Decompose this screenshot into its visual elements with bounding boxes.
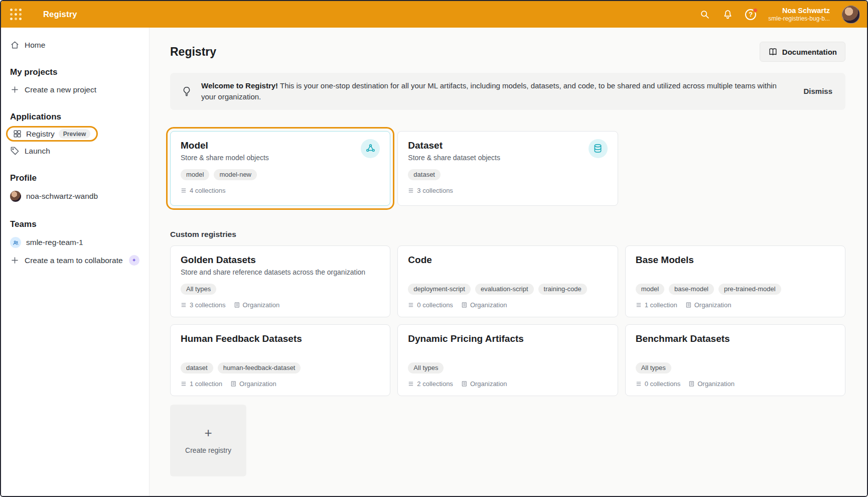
collections-icon [181, 302, 187, 308]
registry-card-golden-datasets[interactable]: Golden Datasets Store and share referenc… [170, 245, 390, 317]
visibility-label: Organization [685, 301, 732, 309]
people-icon [13, 239, 19, 246]
tag: training-code [538, 284, 587, 295]
sidebar-item-profile[interactable]: noa-schwartz-wandb [1, 187, 149, 205]
card-title: Dynamic Pricing Artifacts [408, 333, 607, 344]
notification-dot [753, 8, 758, 13]
create-team-label: Create a team to collaborate [25, 256, 123, 265]
collections-icon [181, 187, 187, 194]
plus-icon [10, 85, 20, 94]
user-name: Noa Schwartz [768, 6, 830, 15]
registry-card-benchmark-datasets[interactable]: Benchmark Datasets All types 0 collectio… [625, 324, 845, 396]
sidebar-heading-teams: Teams [1, 219, 149, 229]
sidebar-heading-profile: Profile [1, 173, 149, 183]
card-subtitle [636, 347, 835, 356]
create-project-label: Create a new project [25, 85, 96, 94]
tag: evaluation-script [475, 284, 534, 295]
tag: model-new [214, 169, 257, 180]
organization-icon [230, 381, 237, 387]
sidebar-item-create-project[interactable]: Create a new project [1, 81, 149, 98]
sidebar: Home My projects Create a new project Ap… [1, 28, 150, 496]
registry-card-dynamic-pricing-artifacts[interactable]: Dynamic Pricing Artifacts All types 2 co… [397, 324, 618, 396]
team-avatar [10, 237, 21, 248]
visibility-label: Organization [461, 380, 507, 388]
collections-count: 0 collections [408, 301, 453, 309]
navbar-app-title: Registry [43, 10, 77, 19]
organization-icon [461, 302, 468, 308]
banner-title: Welcome to Registry! [201, 81, 278, 90]
registry-card-base-models[interactable]: Base Models model base-model pre-trained… [625, 245, 845, 317]
page-title: Registry [170, 45, 216, 59]
collections-count: 2 collections [408, 380, 453, 388]
card-title: Golden Datasets [181, 255, 380, 266]
card-subtitle: Store & share dataset objects [408, 154, 500, 163]
team-name: smle-reg-team-1 [26, 238, 83, 247]
book-icon [768, 47, 778, 57]
wandb-logo-icon[interactable] [10, 9, 22, 21]
lightbulb-icon [181, 86, 192, 97]
registry-card-dataset[interactable]: Dataset Store & share dataset objects da… [397, 131, 618, 206]
notifications-bell-icon[interactable] [722, 9, 733, 20]
collections-icon [408, 187, 414, 194]
sidebar-item-launch[interactable]: Launch [1, 143, 149, 159]
card-title: Base Models [636, 255, 835, 266]
collections-icon [636, 302, 642, 308]
tag: base-model [669, 284, 714, 295]
visibility-label: Organization [230, 380, 276, 388]
card-title: Code [408, 255, 607, 266]
documentation-label: Documentation [782, 48, 837, 56]
sidebar-item-registry[interactable]: Registry Preview [6, 126, 98, 142]
sidebar-item-team[interactable]: smle-reg-team-1 [1, 233, 149, 252]
collections-count: 1 collection [636, 301, 677, 309]
sidebar-home-label: Home [25, 41, 45, 50]
tag: human-feedback-dataset [218, 362, 301, 374]
user-menu[interactable]: Noa Schwartz smle-registries-bug-b... [768, 6, 830, 23]
documentation-button[interactable]: Documentation [760, 42, 845, 62]
tag: pre-trained-model [718, 284, 781, 295]
tag: deployment-script [408, 284, 471, 295]
sidebar-launch-label: Launch [25, 147, 50, 156]
plus-icon [10, 256, 20, 265]
banner-body: This is your one-stop destination for al… [201, 81, 777, 101]
registry-card-human-feedback-datasets[interactable]: Human Feedback Datasets dataset human-fe… [170, 324, 390, 396]
user-avatar[interactable] [842, 6, 860, 24]
card-title: Model [181, 140, 269, 151]
visibility-label: Organization [234, 301, 280, 309]
registry-icon [13, 129, 22, 139]
card-title: Dataset [408, 140, 500, 151]
collections-count: 3 collections [408, 187, 453, 194]
card-subtitle: Store & share model objects [181, 154, 269, 163]
sidebar-heading-applications: Applications [1, 112, 149, 122]
database-icon [589, 139, 608, 158]
collections-icon [408, 381, 414, 387]
tag: model [636, 284, 664, 295]
launch-tag-icon [10, 146, 20, 156]
collections-count: 0 collections [636, 380, 681, 388]
registry-card-model[interactable]: Model Store & share model objects model … [170, 131, 390, 206]
card-subtitle [636, 268, 835, 277]
registry-card-code[interactable]: Code deployment-script evaluation-script… [397, 245, 618, 317]
screenshot-frame: Registry ? Noa Schwartz smle-registries-… [0, 0, 868, 497]
tag: All types [181, 284, 216, 295]
card-subtitle: Store and share reference datasets acros… [181, 268, 380, 277]
organization-icon [685, 302, 692, 308]
sidebar-item-home[interactable]: Home [1, 37, 149, 53]
collections-count: 3 collections [181, 301, 226, 309]
organization-icon [461, 381, 468, 387]
profile-name: noa-schwartz-wandb [26, 192, 98, 201]
plus-icon: + [204, 426, 212, 439]
core-registries-grid: Model Store & share model objects model … [170, 131, 845, 206]
card-title: Human Feedback Datasets [181, 333, 380, 344]
sidebar-item-create-team[interactable]: Create a team to collaborate ✦ [1, 252, 149, 269]
dismiss-button[interactable]: Dismiss [803, 87, 832, 95]
sidebar-heading-my-projects: My projects [1, 67, 149, 77]
search-icon[interactable] [699, 9, 710, 20]
custom-registries-grid: Golden Datasets Store and share referenc… [170, 245, 845, 396]
collections-icon [636, 381, 642, 387]
collections-icon [408, 302, 414, 308]
model-network-icon [361, 139, 380, 158]
organization-icon [234, 302, 240, 308]
help-icon[interactable]: ? [745, 9, 756, 20]
banner-text: Welcome to Registry! This is your one-st… [201, 80, 785, 102]
create-registry-button[interactable]: + Create registry [170, 405, 246, 476]
